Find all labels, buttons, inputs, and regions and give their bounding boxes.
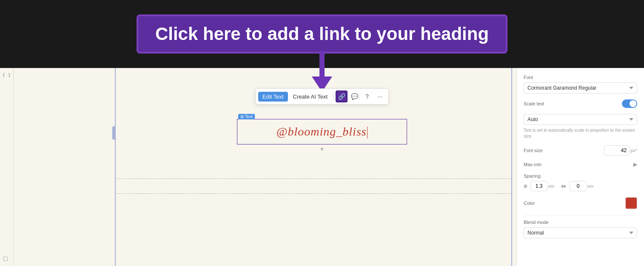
letter-spacing-group: em bbox=[570, 181, 593, 191]
color-label: Color bbox=[524, 201, 535, 206]
scale-text-row: Scale text bbox=[524, 99, 637, 108]
line-height-group: em bbox=[530, 181, 554, 191]
element-label-text: ⊞ Text bbox=[240, 114, 253, 119]
more-icon: ··· bbox=[377, 93, 382, 100]
edit-text-button[interactable]: Edit Text bbox=[258, 92, 288, 102]
scale-text-toggle[interactable] bbox=[622, 99, 637, 108]
line-height-icon: ≡ bbox=[524, 183, 527, 190]
section-divider-1 bbox=[115, 178, 512, 179]
panel-divider bbox=[524, 215, 637, 215]
code-icon: { } bbox=[3, 72, 11, 78]
scale-text-label: Scale text bbox=[524, 101, 544, 106]
guide-line-left bbox=[115, 68, 116, 266]
add-element-icon[interactable]: + bbox=[320, 145, 324, 153]
maxmin-label: Max-min bbox=[524, 162, 541, 167]
comment-button[interactable]: 💬 bbox=[348, 91, 360, 102]
more-button[interactable]: ··· bbox=[374, 91, 386, 102]
banner-text: Click here to add a link to your heading bbox=[155, 24, 489, 44]
font-size-row: Font size px* bbox=[524, 145, 637, 156]
color-swatch[interactable] bbox=[625, 197, 637, 209]
spacing-row: ≡ em ⇔ em bbox=[524, 181, 637, 191]
help-button[interactable]: ? bbox=[361, 91, 373, 102]
drag-handle[interactable] bbox=[112, 126, 116, 140]
text-value: @blooming_bliss bbox=[276, 125, 367, 138]
text-element-box[interactable]: @blooming_bliss bbox=[237, 119, 407, 144]
auto-dropdown[interactable]: Auto bbox=[524, 114, 637, 125]
maxmin-row: Max-min ▶ bbox=[524, 161, 637, 167]
bottom-comment-icon[interactable]: □ bbox=[3, 255, 8, 263]
font-size-label: Font size bbox=[524, 148, 543, 153]
spacing-label: Spacing bbox=[524, 173, 637, 178]
left-sidebar: { } bbox=[0, 68, 14, 266]
arrow-shaft bbox=[319, 51, 325, 76]
element-label: ⊞ Text bbox=[238, 114, 255, 119]
font-dropdown[interactable]: Cormorant Garamond Regular bbox=[524, 82, 637, 93]
font-size-unit: px* bbox=[630, 148, 637, 153]
color-row: Color bbox=[524, 197, 637, 209]
comment-bottom-icon: □ bbox=[3, 255, 8, 262]
plus-symbol: + bbox=[320, 145, 324, 153]
comment-icon: 💬 bbox=[351, 93, 358, 100]
auto-hint: Text is set to automatically scale in pr… bbox=[524, 127, 637, 139]
guide-line-right bbox=[511, 68, 512, 266]
letter-spacing-unit: em bbox=[587, 184, 593, 189]
annotation-arrow bbox=[312, 51, 332, 92]
maxmin-expand-icon[interactable]: ▶ bbox=[633, 161, 637, 167]
font-size-input[interactable] bbox=[604, 145, 630, 156]
letter-spacing-icon: ⇔ bbox=[561, 183, 566, 190]
toggle-knob bbox=[630, 100, 636, 107]
font-label: Font bbox=[524, 75, 637, 80]
blend-mode-label: Blend mode bbox=[524, 220, 637, 225]
line-height-input[interactable] bbox=[530, 181, 547, 191]
toolbar-divider bbox=[333, 92, 334, 101]
text-content: @blooming_bliss bbox=[276, 125, 368, 139]
section-divider-2 bbox=[115, 193, 512, 194]
letter-spacing-input[interactable] bbox=[570, 181, 587, 191]
link-button[interactable]: 🔗 bbox=[336, 91, 348, 102]
line-height-unit: em bbox=[548, 184, 554, 189]
link-icon: 🔗 bbox=[338, 93, 345, 100]
help-icon: ? bbox=[365, 93, 369, 100]
right-panel: Font Cormorant Garamond Regular Scale te… bbox=[516, 68, 644, 266]
blend-mode-dropdown[interactable]: Normal bbox=[524, 227, 637, 238]
create-ai-text-button[interactable]: Create AI Text bbox=[289, 92, 332, 102]
text-toolbar: Edit Text Create AI Text 🔗 💬 ? ··· bbox=[255, 88, 389, 105]
text-cursor bbox=[367, 127, 368, 139]
banner-box: Click here to add a link to your heading bbox=[137, 14, 507, 54]
